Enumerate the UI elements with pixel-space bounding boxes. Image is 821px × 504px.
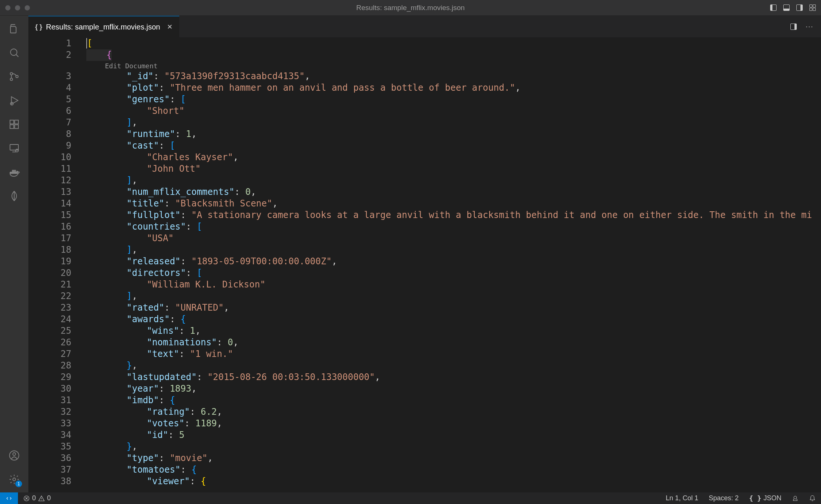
- code-content[interactable]: [ {Edit Document "_id": "573a1390f29313c…: [86, 38, 812, 492]
- maximize-window-icon[interactable]: [25, 5, 30, 10]
- language-label: JSON: [763, 494, 781, 502]
- editor-area: { } Results: sample_mflix.movies.json ✕ …: [28, 16, 821, 492]
- svg-rect-8: [15, 125, 18, 128]
- svg-point-13: [13, 478, 16, 481]
- run-debug-icon[interactable]: [8, 94, 21, 107]
- editor-tabs: { } Results: sample_mflix.movies.json ✕ …: [28, 16, 821, 38]
- svg-rect-7: [10, 125, 14, 128]
- minimize-window-icon[interactable]: [15, 5, 20, 10]
- warning-count: 0: [47, 494, 51, 502]
- svg-point-10: [16, 149, 19, 152]
- window-title: Results: sample_mflix.movies.json: [356, 4, 465, 12]
- tab-label: Results: sample_mflix.movies.json: [46, 23, 160, 31]
- indentation-status[interactable]: Spaces: 2: [703, 494, 744, 502]
- language-mode[interactable]: { } JSON: [744, 494, 787, 502]
- customize-layout-icon[interactable]: [809, 4, 816, 11]
- accounts-icon[interactable]: [8, 449, 21, 462]
- json-braces-icon: { }: [749, 494, 761, 502]
- problems-status[interactable]: 0 0: [18, 494, 56, 502]
- error-count: 0: [32, 494, 36, 502]
- svg-point-1: [10, 72, 12, 75]
- svg-point-2: [10, 78, 12, 80]
- svg-point-12: [13, 453, 16, 456]
- docker-icon[interactable]: [8, 166, 21, 178]
- title-bar: Results: sample_mflix.movies.json: [0, 0, 821, 16]
- svg-point-3: [16, 75, 18, 78]
- settings-gear-icon[interactable]: [8, 473, 21, 486]
- toggle-panel-icon[interactable]: [783, 4, 790, 11]
- source-control-icon[interactable]: [8, 70, 21, 83]
- toggle-secondary-sidebar-icon[interactable]: [796, 4, 803, 11]
- status-bar: 0 0 Ln 1, Col 1 Spaces: 2 { } JSON: [0, 492, 821, 504]
- search-icon[interactable]: [8, 46, 21, 59]
- feedback-icon[interactable]: [787, 495, 804, 502]
- code-editor[interactable]: 1234567891011121314151617181920212223242…: [28, 38, 821, 492]
- more-actions-icon[interactable]: ···: [806, 23, 814, 31]
- explorer-icon[interactable]: [8, 22, 21, 35]
- codelens-edit-document[interactable]: Edit Document: [86, 61, 812, 71]
- svg-point-0: [10, 49, 17, 56]
- cursor-position[interactable]: Ln 1, Col 1: [660, 494, 703, 502]
- activity-bar: [0, 16, 28, 492]
- tab-results-json[interactable]: { } Results: sample_mflix.movies.json ✕: [28, 16, 179, 37]
- remote-indicator[interactable]: [0, 492, 18, 504]
- svg-rect-5: [10, 120, 14, 124]
- close-window-icon[interactable]: [5, 5, 10, 10]
- json-file-icon: { }: [35, 23, 42, 31]
- close-tab-icon[interactable]: ✕: [167, 23, 173, 31]
- svg-rect-6: [15, 120, 18, 124]
- svg-point-15: [794, 496, 797, 499]
- title-bar-layout-controls: [770, 4, 821, 11]
- line-number-gutter: 1234567891011121314151617181920212223242…: [28, 38, 86, 492]
- notifications-icon[interactable]: [804, 495, 821, 502]
- window-controls[interactable]: [0, 5, 30, 10]
- mongodb-icon[interactable]: [8, 190, 21, 202]
- minimap[interactable]: [812, 38, 821, 492]
- extensions-icon[interactable]: [8, 118, 21, 131]
- toggle-primary-sidebar-icon[interactable]: [770, 4, 777, 11]
- remote-explorer-icon[interactable]: [8, 142, 21, 155]
- split-editor-icon[interactable]: [790, 24, 797, 30]
